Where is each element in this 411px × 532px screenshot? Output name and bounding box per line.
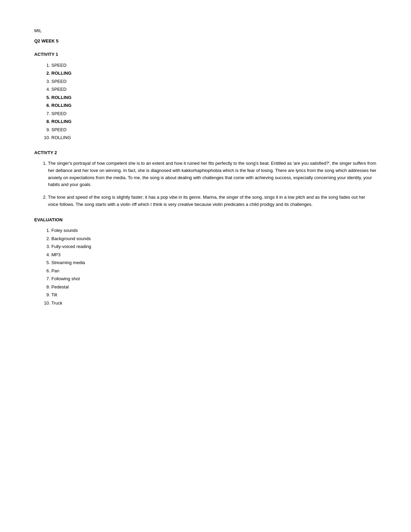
activity1-list: SPEEDROLLINGSPEEDSPEEDROLLINGROLLINGSPEE… <box>34 62 377 141</box>
evaluation-item: Background sounds <box>51 235 377 242</box>
activity2-list: The singer's portrayal of how competent … <box>34 160 377 208</box>
q2-week-label: Q2 WEEK 5 <box>34 38 377 45</box>
activity1-item: ROLLING <box>51 70 377 77</box>
evaluation-item: Foley sounds <box>51 227 377 234</box>
activity1-item: SPEED <box>51 86 377 93</box>
evaluation-section: EVALUATION Foley soundsBackground sounds… <box>34 216 377 307</box>
activity1-item: SPEED <box>51 78 377 85</box>
evaluation-title: EVALUATION <box>34 216 377 223</box>
activity1-item: SPEED <box>51 126 377 133</box>
evaluation-item: Pan <box>51 268 377 274</box>
activity1-item: ROLLING <box>51 134 377 141</box>
evaluation-item: Fully-voiced reading <box>51 243 377 250</box>
mil-label: MIL <box>34 27 377 34</box>
evaluation-item: Following shot <box>51 275 377 282</box>
evaluation-item: Streaming media <box>51 259 377 266</box>
activity1-item: ROLLING <box>51 102 377 109</box>
activity1-item: SPEED <box>51 110 377 117</box>
activity1-section: ACTIVITY 1 SPEEDROLLINGSPEEDSPEEDROLLING… <box>34 51 377 141</box>
activity1-item: ROLLING <box>51 118 377 125</box>
evaluation-list: Foley soundsBackground soundsFully-voice… <box>34 227 377 306</box>
activity1-item: ROLLING <box>51 94 377 101</box>
activity2-title: ACTIVTY 2 <box>34 149 377 156</box>
evaluation-item: Truck <box>51 300 377 307</box>
page-header: MIL Q2 WEEK 5 <box>34 27 377 44</box>
evaluation-item: Tilt <box>51 292 377 298</box>
activity2-item: The tone and speed of the song is slight… <box>48 194 377 208</box>
activity1-title: ACTIVITY 1 <box>34 51 377 58</box>
activity2-item: The singer's portrayal of how competent … <box>48 160 377 188</box>
evaluation-item: Pedestal <box>51 284 377 290</box>
activity1-item: SPEED <box>51 62 377 69</box>
activity2-section: ACTIVTY 2 The singer's portrayal of how … <box>34 149 377 208</box>
evaluation-item: MP3 <box>51 251 377 258</box>
